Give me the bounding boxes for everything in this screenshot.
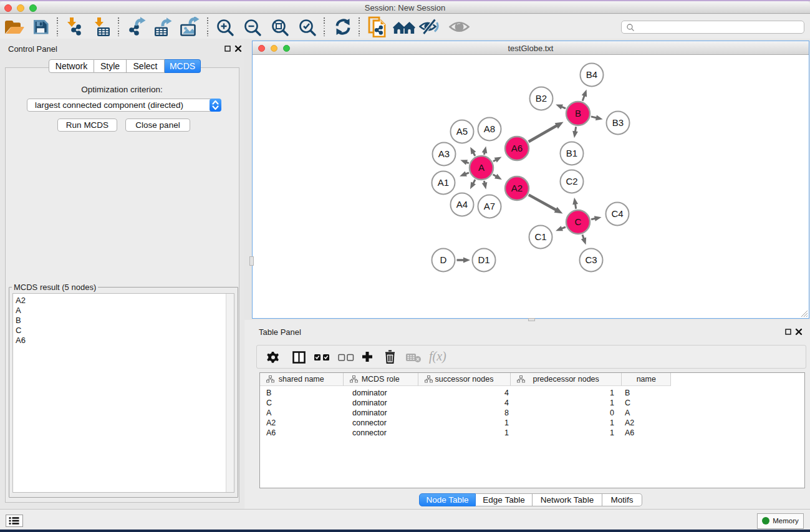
svg-text:B: B	[575, 108, 581, 118]
svg-text:B3: B3	[612, 117, 624, 128]
svg-text:A4: A4	[456, 199, 468, 210]
svg-text:C: C	[575, 216, 582, 227]
svg-text:A1: A1	[438, 177, 449, 188]
svg-text:A3: A3	[438, 148, 450, 159]
svg-text:A: A	[478, 162, 485, 173]
svg-text:A5: A5	[456, 126, 468, 137]
svg-text:C4: C4	[611, 208, 623, 219]
svg-text:C1: C1	[534, 231, 546, 242]
svg-text:B2: B2	[536, 93, 547, 104]
svg-text:D: D	[440, 254, 447, 265]
svg-text:C2: C2	[566, 176, 577, 186]
svg-text:B4: B4	[586, 69, 597, 80]
svg-text:C3: C3	[585, 254, 597, 265]
svg-text:B1: B1	[566, 148, 577, 158]
svg-text:A7: A7	[484, 201, 495, 211]
svg-text:D1: D1	[478, 254, 489, 265]
svg-text:A8: A8	[484, 123, 495, 134]
svg-text:A2: A2	[511, 183, 523, 193]
svg-text:A6: A6	[511, 143, 523, 153]
